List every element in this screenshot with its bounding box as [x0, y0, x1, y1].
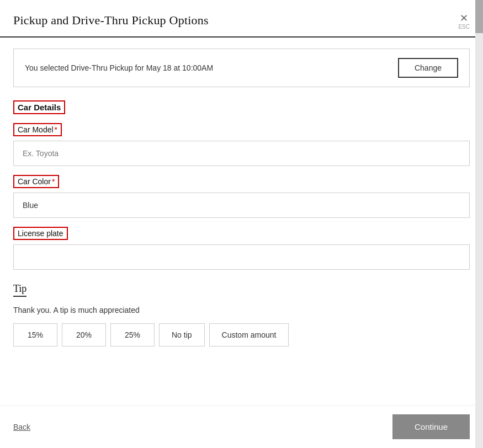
tip-option-20[interactable]: 20%	[62, 323, 106, 346]
car-model-label: Car Model*	[13, 123, 62, 136]
scrollbar-thumb[interactable]	[475, 0, 483, 33]
tip-option-custom[interactable]: Custom amount	[209, 323, 289, 346]
tip-section: Tip Thank you. A tip is much appreciated…	[13, 283, 470, 346]
car-details-section: Car Details Car Model* Car Color* Licens…	[13, 100, 470, 270]
modal-header: Pickup and Drive-Thru Pickup Options ✕ E…	[0, 0, 483, 38]
change-button[interactable]: Change	[398, 58, 458, 78]
continue-button[interactable]: Continue	[392, 414, 470, 439]
back-button[interactable]: Back	[13, 423, 30, 431]
license-plate-input[interactable]	[13, 244, 470, 270]
selection-text: You selected Drive-Thru Pickup for May 1…	[25, 63, 213, 72]
selection-banner: You selected Drive-Thru Pickup for May 1…	[13, 49, 470, 87]
tip-option-15[interactable]: 15%	[13, 323, 57, 346]
scrollbar-track	[475, 0, 483, 448]
car-color-label: Car Color*	[13, 175, 59, 188]
tip-option-none[interactable]: No tip	[159, 323, 205, 346]
car-color-group: Car Color*	[13, 175, 470, 218]
car-model-group: Car Model*	[13, 123, 470, 166]
close-icon: ✕	[460, 13, 468, 23]
license-plate-group: License plate	[13, 227, 470, 270]
tip-option-25[interactable]: 25%	[110, 323, 155, 346]
tip-options: 15%20%25%No tipCustom amount	[13, 323, 470, 346]
car-color-input[interactable]	[13, 193, 470, 218]
car-color-required: *	[52, 177, 55, 186]
tip-description: Thank you. A tip is much appreciated	[13, 306, 470, 314]
esc-label: ESC	[458, 24, 470, 30]
modal: Pickup and Drive-Thru Pickup Options ✕ E…	[0, 0, 483, 448]
modal-footer: Back Continue	[0, 405, 483, 448]
close-button[interactable]: ✕ ESC	[458, 13, 470, 30]
car-details-label: Car Details	[13, 100, 65, 114]
car-model-input[interactable]	[13, 141, 470, 166]
car-model-required: *	[55, 125, 57, 134]
modal-body: You selected Drive-Thru Pickup for May 1…	[0, 38, 483, 405]
modal-title: Pickup and Drive-Thru Pickup Options	[13, 13, 209, 28]
tip-title: Tip	[13, 283, 26, 297]
license-plate-label: License plate	[13, 227, 68, 240]
